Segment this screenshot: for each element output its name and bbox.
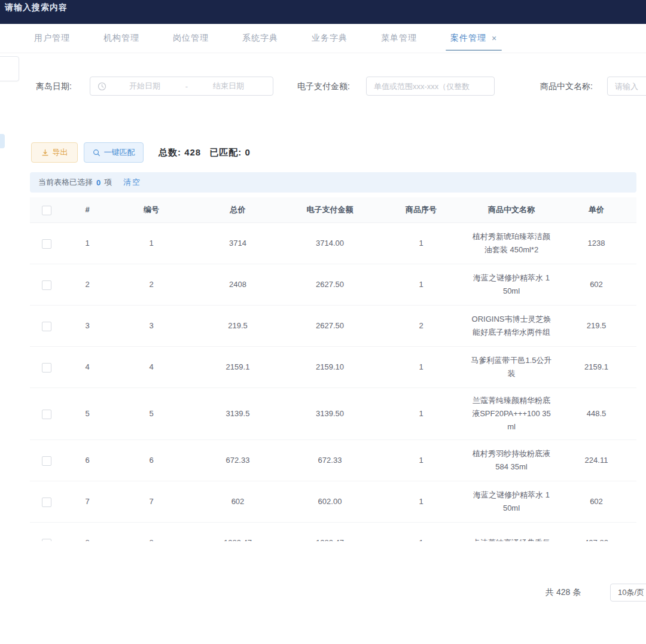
amount-filter-label: 电子支付金额: — [297, 77, 350, 96]
table-cell: 2159.1 — [556, 361, 636, 374]
start-date-placeholder[interactable]: 开始日期 — [108, 81, 182, 91]
row-checkbox[interactable] — [42, 280, 51, 290]
table-cell: 5 — [63, 407, 111, 420]
filter-bar: 离岛日期: 开始日期 - 结束日期 电子支付金额: 商品中文名称: — [0, 77, 646, 97]
table-cell: 224.11 — [556, 454, 636, 467]
table-cell: 602 — [191, 495, 284, 508]
clock-icon — [97, 82, 106, 91]
row-select-cell — [30, 495, 63, 508]
row-select-cell — [30, 407, 63, 420]
page-size-select[interactable]: 10条/页 — [610, 584, 646, 602]
table-cell: 2159.1 — [191, 361, 284, 374]
table-cell: 1283.47 — [191, 536, 284, 541]
table-cell: 2627.50 — [284, 278, 376, 291]
table-cell: 602.00 — [284, 495, 376, 508]
table-cell: 3 — [111, 319, 191, 332]
one-key-match-button[interactable]: 一键匹配 — [84, 142, 144, 163]
table-cell: 7 — [111, 495, 191, 508]
tab-close-icon[interactable]: × — [492, 33, 497, 43]
date-range-picker[interactable]: 开始日期 - 结束日期 — [90, 77, 273, 96]
table-cell: 427.82 — [556, 536, 636, 541]
tab-post-management[interactable]: 岗位管理 — [172, 24, 210, 53]
column-header: 单价 — [556, 203, 636, 216]
row-select-cell — [30, 237, 63, 250]
table-cell: 2 — [376, 319, 467, 332]
global-search-input[interactable]: 请输入搜索内容 — [5, 2, 68, 13]
table-row: 442159.12159.101马爹利蓝带干邑1.5公升装2159.1 — [30, 347, 636, 388]
row-checkbox[interactable] — [42, 456, 51, 466]
table-cell: 672.33 — [284, 454, 376, 467]
tab-user-management[interactable]: 用户管理 — [33, 24, 71, 53]
table-body: 1137143714.001植村秀新琥珀臻萃洁颜油套装 450ml*212382… — [30, 223, 636, 541]
column-header: 商品序号 — [376, 203, 467, 216]
table-row: 881283.471283.471卡诗菁纯亮泽经典香氛427.82 — [30, 523, 636, 541]
row-select-cell — [30, 361, 63, 374]
table-cell: 植村秀新琥珀臻萃洁颜油套装 450ml*2 — [467, 224, 556, 263]
table-cell: 1283.47 — [284, 536, 376, 541]
table-cell: 3139.50 — [284, 407, 376, 420]
row-checkbox[interactable] — [42, 498, 51, 507]
table-cell: 3714.00 — [284, 237, 376, 250]
tab-org-management[interactable]: 机构管理 — [102, 24, 141, 53]
table-cell: 卡诗菁纯亮泽经典香氛 — [467, 530, 556, 541]
product-name-input[interactable] — [607, 77, 646, 96]
page-size-value: 10条/页 — [618, 587, 644, 598]
select-all-checkbox[interactable] — [42, 206, 51, 215]
top-navbar: 请输入搜索内容 — [0, 0, 646, 24]
table-cell: 马爹利蓝带干邑1.5公升装 — [467, 348, 556, 386]
total-value: 428 — [184, 147, 201, 157]
cases-table: #编号总价电子支付金额商品序号商品中文名称单价 1137143714.001植村… — [30, 197, 636, 541]
table-cell: 兰蔻菁纯臻颜精华粉底液SPF20PA+++100 35 ml — [467, 388, 556, 439]
clear-selection-link[interactable]: 清空 — [123, 177, 141, 188]
selection-count: 0 — [96, 178, 101, 187]
matched-value: 0 — [245, 147, 250, 157]
matched-label: 已匹配: — [209, 147, 245, 157]
date-filter-label: 离岛日期: — [36, 77, 72, 96]
table-cell: 4 — [111, 361, 191, 374]
select-all-cell — [30, 203, 63, 216]
table-row: 553139.53139.501兰蔻菁纯臻颜精华粉底液SPF20PA+++100… — [30, 388, 636, 440]
tab-business-dict[interactable]: 业务字典 — [310, 24, 349, 53]
table-row: 33219.52627.502ORIGINS韦博士灵芝焕能好底子精华水两件组21… — [30, 306, 636, 347]
row-checkbox[interactable] — [42, 322, 51, 331]
date-separator: - — [182, 82, 191, 91]
download-icon — [41, 149, 49, 157]
table-cell: 1 — [376, 407, 467, 420]
tab-case-management-label: 案件管理 — [450, 33, 486, 44]
table-cell: 1 — [376, 361, 467, 374]
column-header: 电子支付金额 — [284, 203, 376, 216]
table-row: 77602602.001海蓝之谜修护精萃水 1 50ml602 — [30, 481, 636, 523]
tab-menu-management[interactable]: 菜单管理 — [380, 24, 418, 53]
table-row: 1137143714.001植村秀新琥珀臻萃洁颜油套装 450ml*21238 — [30, 223, 636, 264]
table-cell: 5 — [111, 407, 191, 420]
row-select-cell — [30, 454, 63, 467]
table-cell: 602 — [556, 278, 636, 291]
row-checkbox[interactable] — [42, 239, 51, 249]
table-cell: 1 — [63, 237, 111, 250]
selection-info-bar: 当前表格已选择 0 项 清空 — [30, 172, 636, 193]
tab-system-dict[interactable]: 系统字典 — [241, 24, 279, 53]
table-cell: 219.5 — [556, 319, 636, 332]
table-header-row: #编号总价电子支付金额商品序号商品中文名称单价 — [30, 197, 636, 223]
row-checkbox[interactable] — [42, 410, 51, 419]
active-tab-underline — [446, 50, 502, 51]
table-cell: 1 — [376, 454, 467, 467]
tab-case-management[interactable]: 案件管理 × — [449, 24, 498, 53]
match-stats: 总数: 428已匹配: 0 — [159, 142, 251, 163]
row-checkbox[interactable] — [42, 539, 51, 541]
row-checkbox[interactable] — [42, 363, 51, 373]
row-select-cell — [30, 278, 63, 291]
table-cell: 1 — [376, 495, 467, 508]
column-header: 总价 — [191, 203, 284, 216]
amount-input[interactable] — [366, 77, 495, 96]
export-button[interactable]: 导出 — [31, 142, 78, 163]
table-cell: 7 — [63, 495, 111, 508]
end-date-placeholder[interactable]: 结束日期 — [191, 81, 266, 91]
one-key-match-label: 一键匹配 — [104, 147, 135, 158]
table-toolbar: 导出 一键匹配 总数: 428已匹配: 0 — [0, 142, 646, 163]
product-name-filter-label: 商品中文名称: — [540, 77, 593, 96]
table-cell: 1 — [376, 278, 467, 291]
table-cell: 植村秀羽纱持妆粉底液 584 35ml — [467, 441, 556, 480]
table-cell: 6 — [111, 454, 191, 467]
selection-prefix: 当前表格已选择 — [38, 177, 93, 188]
